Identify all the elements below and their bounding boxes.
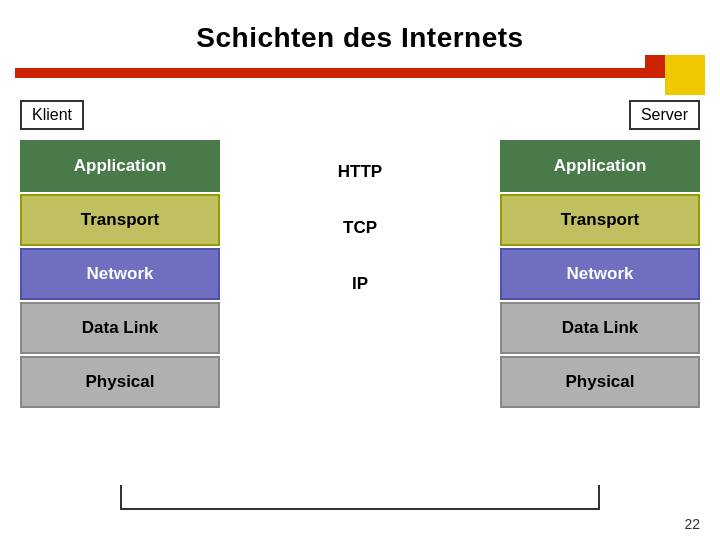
- protocol-labels: HTTP TCP IP: [300, 140, 420, 425]
- connector-line-left: [120, 485, 122, 510]
- server-layers: Application Transport Network Data Link …: [500, 140, 700, 410]
- http-label: HTTP: [300, 145, 420, 199]
- yellow-accent-decoration: [665, 55, 705, 95]
- server-network-layer: Network: [500, 248, 700, 300]
- server-datalink-layer: Data Link: [500, 302, 700, 354]
- tcp-label: TCP: [300, 201, 420, 255]
- klient-layers: Application Transport Network Data Link …: [20, 140, 220, 410]
- klient-network-layer: Network: [20, 248, 220, 300]
- connector-line-right: [598, 485, 600, 510]
- title-area: Schichten des Internets: [0, 0, 720, 75]
- ip-label: IP: [300, 257, 420, 311]
- klient-label: Klient: [20, 100, 84, 130]
- klient-datalink-layer: Data Link: [20, 302, 220, 354]
- slide-title: Schichten des Internets: [196, 22, 523, 54]
- klient-physical-layer: Physical: [20, 356, 220, 408]
- slide: Schichten des Internets Klient Server Ap…: [0, 0, 720, 540]
- red-accent-decoration: [645, 55, 665, 75]
- red-bar-decoration: [15, 68, 665, 78]
- klient-application-layer: Application: [20, 140, 220, 192]
- server-application-layer: Application: [500, 140, 700, 192]
- server-transport-layer: Transport: [500, 194, 700, 246]
- page-number: 22: [684, 516, 700, 532]
- content-area: Application Transport Network Data Link …: [20, 140, 700, 510]
- connector-line-bottom: [120, 508, 600, 510]
- server-physical-layer: Physical: [500, 356, 700, 408]
- connector-bracket: [20, 480, 700, 510]
- server-label: Server: [629, 100, 700, 130]
- klient-transport-layer: Transport: [20, 194, 220, 246]
